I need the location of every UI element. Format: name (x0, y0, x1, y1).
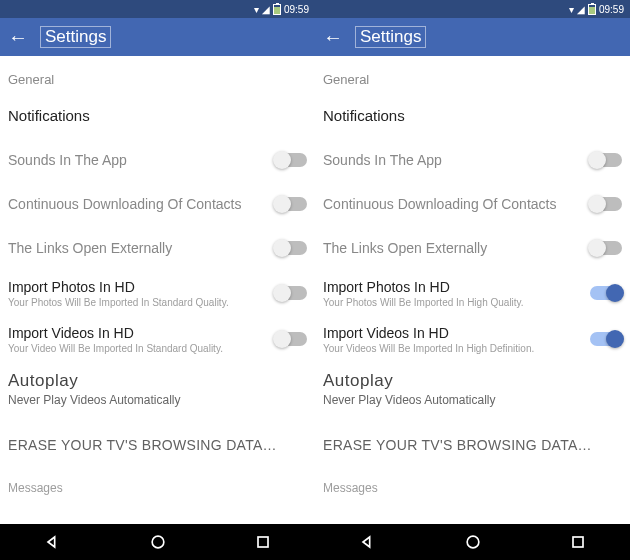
erase-data-row[interactable]: ERASE YOUR TV'S BROWSING DATA… (323, 415, 622, 471)
contacts-row[interactable]: Continuous Downloading Of Contacts (323, 182, 622, 226)
videos-row[interactable]: Import Videos In HD Your Video Will Be I… (8, 316, 307, 362)
status-bar: ▾ ◢ 09:59 (0, 0, 315, 18)
autoplay-row[interactable]: Autoplay Never Play Videos Automatically (8, 362, 307, 415)
svg-point-0 (152, 536, 164, 548)
links-toggle[interactable] (275, 241, 307, 255)
messages-row[interactable]: Messages (323, 471, 622, 505)
autoplay-sub: Never Play Videos Automatically (323, 393, 622, 407)
nav-back-button[interactable] (13, 524, 93, 560)
battery-icon (588, 4, 596, 15)
autoplay-sub: Never Play Videos Automatically (8, 393, 307, 407)
phone-left: ▾ ◢ 09:59 ← Settings General Notificatio… (0, 0, 315, 524)
section-general: General (323, 56, 622, 93)
videos-sub: Your Video Will Be Imported In Standard … (8, 343, 267, 354)
wifi-icon: ▾ (569, 4, 574, 15)
app-header: ← Settings (0, 18, 315, 56)
autoplay-label: Autoplay (8, 370, 307, 392)
sounds-label: Sounds In The App (8, 151, 267, 169)
header-title: Settings (40, 26, 111, 48)
contacts-toggle[interactable] (590, 197, 622, 211)
contacts-toggle[interactable] (275, 197, 307, 211)
status-bar: ▾ ◢ 09:59 (315, 0, 630, 18)
back-button[interactable]: ← (323, 26, 343, 49)
status-time: 09:59 (284, 4, 309, 15)
contacts-label: Continuous Downloading Of Contacts (8, 195, 267, 213)
contacts-label: Continuous Downloading Of Contacts (323, 195, 582, 213)
videos-label: Import Videos In HD (323, 324, 582, 342)
links-row[interactable]: The Links Open Externally (323, 226, 622, 270)
videos-toggle[interactable] (275, 332, 307, 346)
signal-icon: ◢ (262, 4, 270, 15)
header-title: Settings (355, 26, 426, 48)
contacts-row[interactable]: Continuous Downloading Of Contacts (8, 182, 307, 226)
svg-rect-3 (573, 537, 583, 547)
autoplay-label: Autoplay (323, 370, 622, 392)
videos-label: Import Videos In HD (8, 324, 267, 342)
back-button[interactable]: ← (8, 26, 28, 49)
status-time: 09:59 (599, 4, 624, 15)
links-toggle[interactable] (590, 241, 622, 255)
signal-icon: ◢ (577, 4, 585, 15)
nav-back-button-2[interactable] (328, 524, 408, 560)
notifications-row[interactable]: Notifications (323, 93, 622, 138)
svg-rect-1 (258, 537, 268, 547)
sounds-label: Sounds In The App (323, 151, 582, 169)
photos-sub: Your Photos Will Be Imported In High Qua… (323, 297, 582, 308)
nav-recent-button[interactable] (223, 524, 303, 560)
links-label: The Links Open Externally (323, 239, 582, 257)
photos-toggle[interactable] (275, 286, 307, 300)
sounds-toggle[interactable] (275, 153, 307, 167)
messages-row[interactable]: Messages (8, 471, 307, 505)
autoplay-row[interactable]: Autoplay Never Play Videos Automatically (323, 362, 622, 415)
photos-label: Import Photos In HD (323, 278, 582, 296)
nav-home-button[interactable] (118, 524, 198, 560)
android-nav-bar (0, 524, 630, 560)
photos-row[interactable]: Import Photos In HD Your Photos Will Be … (8, 270, 307, 316)
sounds-toggle[interactable] (590, 153, 622, 167)
battery-icon (273, 4, 281, 15)
videos-row[interactable]: Import Videos In HD Your Videos Will Be … (323, 316, 622, 362)
sounds-row[interactable]: Sounds In The App (323, 138, 622, 182)
photos-label: Import Photos In HD (8, 278, 267, 296)
wifi-icon: ▾ (254, 4, 259, 15)
links-label: The Links Open Externally (8, 239, 267, 257)
app-header: ← Settings (315, 18, 630, 56)
notifications-row[interactable]: Notifications (8, 93, 307, 138)
links-row[interactable]: The Links Open Externally (8, 226, 307, 270)
nav-recent-button-2[interactable] (538, 524, 618, 560)
videos-sub: Your Videos Will Be Imported In High Def… (323, 343, 582, 354)
videos-toggle[interactable] (590, 332, 622, 346)
sounds-row[interactable]: Sounds In The App (8, 138, 307, 182)
phone-right: ▾ ◢ 09:59 ← Settings General Notificatio… (315, 0, 630, 524)
photos-sub: Your Photos Will Be Imported In Standard… (8, 297, 267, 308)
section-general: General (8, 56, 307, 93)
nav-home-button-2[interactable] (433, 524, 513, 560)
svg-point-2 (467, 536, 479, 548)
photos-row[interactable]: Import Photos In HD Your Photos Will Be … (323, 270, 622, 316)
erase-data-row[interactable]: ERASE YOUR TV'S BROWSING DATA… (8, 415, 307, 471)
photos-toggle[interactable] (590, 286, 622, 300)
